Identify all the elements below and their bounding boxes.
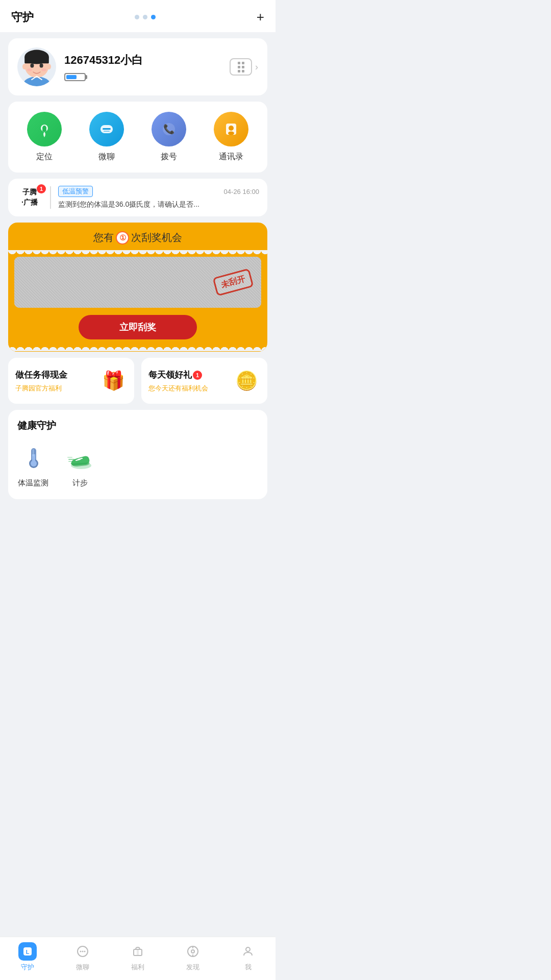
lottery-card[interactable]: 您有 ① 次刮奖机会 未刮开 立即刮奖 bbox=[8, 223, 267, 352]
svg-point-5 bbox=[47, 64, 51, 69]
profile-info: 126745312小白 bbox=[64, 53, 221, 81]
lottery-btn-wrap: 立即刮奖 bbox=[8, 308, 267, 345]
broadcast-tag: 低温预警 bbox=[58, 186, 93, 197]
health-items: 体温监测 计步 bbox=[17, 442, 258, 488]
health-temperature[interactable]: 体温监测 bbox=[17, 442, 49, 488]
action-chat[interactable]: 微聊 bbox=[89, 112, 124, 162]
svg-text:📞: 📞 bbox=[163, 124, 175, 135]
steps-label: 计步 bbox=[72, 478, 88, 488]
svg-rect-3 bbox=[24, 57, 49, 64]
locate-icon bbox=[27, 112, 62, 146]
svg-point-7 bbox=[40, 63, 43, 67]
lottery-jagged-bottom bbox=[8, 345, 267, 352]
health-steps[interactable]: 计步 bbox=[64, 442, 96, 488]
steps-icon bbox=[64, 442, 96, 473]
dot-1 bbox=[135, 15, 139, 19]
svg-point-8 bbox=[27, 68, 32, 71]
broadcast-content: 低温预警 04-26 16:00 监测到您的体温是36.0摄氏度，请确认是否..… bbox=[58, 186, 259, 209]
call-label: 拨号 bbox=[161, 152, 177, 162]
broadcast-time: 04-26 16:00 bbox=[224, 188, 259, 195]
svg-point-20 bbox=[229, 126, 234, 131]
broadcast-source: 子腾 ·广播 1 bbox=[16, 187, 43, 207]
health-card: 健康守护 体温监测 bbox=[8, 410, 267, 499]
call-icon: 📞 bbox=[152, 112, 186, 146]
promo-tasks-title: 做任务得现金 bbox=[15, 369, 95, 381]
lottery-count: ① bbox=[116, 231, 129, 244]
svg-point-0 bbox=[23, 77, 50, 86]
action-contacts[interactable]: 通讯录 bbox=[214, 112, 248, 162]
dot-3 bbox=[151, 15, 156, 19]
health-title: 健康守护 bbox=[17, 419, 258, 432]
lottery-jagged-top bbox=[8, 250, 267, 257]
quick-actions: 定位 微聊 📞 拨号 通讯录 bbox=[8, 102, 267, 173]
promo-tasks-icon: 🎁 bbox=[99, 367, 127, 395]
svg-point-9 bbox=[41, 68, 46, 71]
lottery-title: 您有 ① 次刮奖机会 bbox=[8, 223, 267, 250]
promo-tasks-sub: 子腾园官方福利 bbox=[15, 384, 95, 393]
chat-icon bbox=[89, 112, 124, 146]
promo-daily-sub: 您今天还有福利机会 bbox=[148, 384, 229, 393]
locate-label: 定位 bbox=[36, 152, 53, 162]
promo-daily-title: 每天领好礼1 bbox=[148, 369, 229, 381]
add-button[interactable]: + bbox=[257, 9, 264, 25]
daily-badge: 1 bbox=[193, 371, 202, 380]
svg-point-6 bbox=[30, 63, 34, 67]
scratch-button[interactable]: 立即刮奖 bbox=[79, 315, 197, 339]
svg-rect-16 bbox=[104, 131, 110, 132]
chat-label: 微聊 bbox=[98, 152, 115, 162]
profile-card: 126745312小白 › bbox=[8, 38, 267, 95]
dot-2 bbox=[143, 15, 147, 19]
svg-point-12 bbox=[43, 126, 46, 129]
profile-name: 126745312小白 bbox=[64, 53, 221, 68]
battery-indicator bbox=[64, 73, 86, 81]
svg-point-13 bbox=[42, 129, 46, 132]
profile-menu-button[interactable]: › bbox=[230, 58, 258, 76]
app-header: 守护 + bbox=[0, 0, 276, 32]
temperature-icon bbox=[17, 442, 49, 473]
promo-daily[interactable]: 每天领好礼1 您今天还有福利机会 🪙 bbox=[141, 358, 267, 404]
broadcast-card[interactable]: 子腾 ·广播 1 低温预警 04-26 16:00 监测到您的体温是36.0摄氏… bbox=[8, 179, 267, 216]
svg-rect-26 bbox=[33, 449, 34, 456]
broadcast-divider bbox=[50, 186, 51, 209]
contacts-icon bbox=[214, 112, 248, 146]
svg-point-25 bbox=[31, 460, 37, 467]
broadcast-badge: 1 bbox=[37, 184, 46, 193]
svg-point-4 bbox=[22, 64, 27, 69]
action-call[interactable]: 📞 拨号 bbox=[152, 112, 186, 162]
promo-tasks[interactable]: 做任务得现金 子腾园官方福利 🎁 bbox=[8, 358, 134, 404]
avatar bbox=[17, 47, 56, 86]
header-title: 守护 bbox=[11, 10, 34, 25]
page-indicator bbox=[135, 15, 156, 19]
action-locate[interactable]: 定位 bbox=[27, 112, 62, 162]
lottery-scratch-area[interactable]: 未刮开 bbox=[14, 257, 261, 308]
promo-daily-icon: 🪙 bbox=[233, 367, 260, 395]
dual-promo: 做任务得现金 子腾园官方福利 🎁 每天领好礼1 您今天还有福利机会 🪙 bbox=[8, 358, 267, 404]
temperature-label: 体温监测 bbox=[18, 478, 48, 488]
contacts-label: 通讯录 bbox=[219, 152, 243, 162]
svg-rect-15 bbox=[103, 128, 111, 130]
broadcast-text: 监测到您的体温是36.0摄氏度，请确认是否... bbox=[58, 200, 259, 209]
svg-point-21 bbox=[228, 132, 234, 135]
